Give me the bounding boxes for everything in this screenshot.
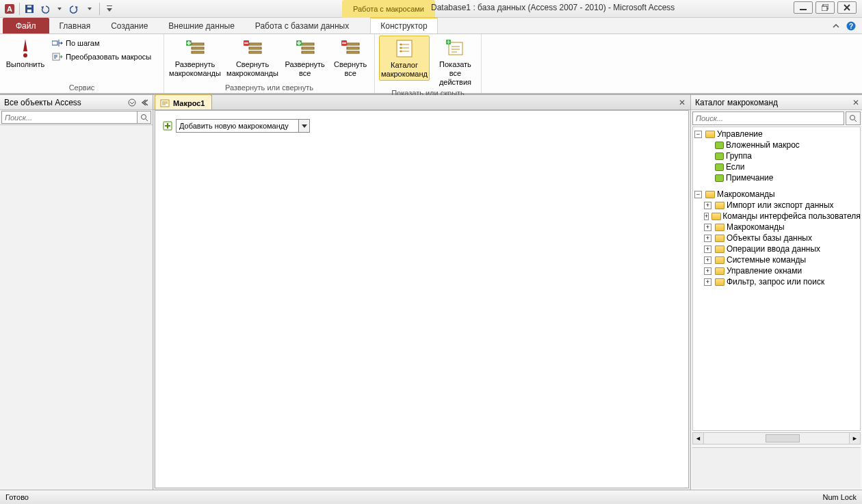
- tab-home[interactable]: Главная: [49, 18, 101, 34]
- tree-leaf[interactable]: Вложенный макрос: [694, 140, 859, 150]
- redo-dropdown-icon[interactable]: [83, 2, 96, 16]
- catalog-tree[interactable]: − Управление Вложенный макросГруппаЕслиП…: [692, 127, 861, 431]
- svg-rect-18: [249, 43, 261, 45]
- catalog-search-input[interactable]: [692, 111, 844, 125]
- tab-designer[interactable]: Конструктор: [370, 17, 437, 34]
- nav-pane-header[interactable]: Все объекты Access: [0, 95, 153, 110]
- tree-label: Системные команды: [727, 255, 806, 265]
- save-icon[interactable]: [23, 2, 36, 16]
- tree-node-control-flow[interactable]: − Управление: [694, 129, 859, 140]
- expand-icon[interactable]: +: [704, 256, 711, 264]
- svg-rect-28: [347, 51, 359, 53]
- tree-label: Управление окнами: [727, 266, 802, 276]
- expand-actions-button[interactable]: Развернуть макрокоманды: [168, 36, 222, 79]
- tab-create[interactable]: Создание: [101, 18, 158, 34]
- scroll-right-icon[interactable]: ►: [849, 433, 860, 444]
- svg-point-36: [129, 99, 135, 106]
- minimize-button[interactable]: [794, 1, 813, 14]
- tab-file[interactable]: Файл: [3, 18, 49, 34]
- window-controls: [794, 1, 857, 14]
- tree-label: Группа: [726, 151, 752, 161]
- svg-rect-26: [347, 43, 359, 45]
- expand-icon[interactable]: +: [704, 202, 711, 209]
- svg-rect-23: [302, 47, 314, 49]
- expand-icon[interactable]: +: [704, 278, 711, 286]
- svg-rect-20: [249, 51, 261, 53]
- status-numlock: Num Lock: [822, 493, 857, 501]
- add-action-dropdown-icon[interactable]: [298, 120, 309, 132]
- ribbon-tabs: Файл Главная Создание Внешние данные Раб…: [0, 18, 862, 34]
- tree-label: Макрокоманды: [717, 189, 775, 199]
- convert-macros-label: Преобразовать макросы: [66, 53, 151, 61]
- redo-icon[interactable]: [68, 2, 81, 16]
- tree-node-action-group[interactable]: +Макрокоманды: [694, 222, 859, 233]
- tree-node-action-group[interactable]: +Команды интерфейса пользователя: [694, 211, 859, 222]
- action-catalog-button[interactable]: Каталог макрокоманд: [379, 36, 430, 81]
- macro-designer-canvas[interactable]: [155, 110, 689, 488]
- navigation-pane: Все объекты Access: [0, 95, 153, 490]
- tree-node-action-group[interactable]: +Управление окнами: [694, 265, 859, 276]
- workspace: Все объекты Access Макрос1 ✕: [0, 94, 862, 490]
- title-bar: A Работа с макросами Database1 : база да…: [0, 0, 862, 18]
- collapse-actions-button[interactable]: Свернуть макрокоманды: [226, 36, 279, 79]
- show-all-icon: [444, 37, 466, 59]
- app-icon[interactable]: A: [3, 2, 16, 16]
- catalog-search-button[interactable]: [846, 111, 861, 125]
- svg-rect-34: [449, 42, 462, 55]
- nav-search-button[interactable]: [138, 111, 151, 124]
- svg-rect-16: [192, 51, 204, 53]
- nav-collapse-icon[interactable]: [139, 97, 150, 108]
- help-icon[interactable]: ?: [846, 21, 857, 31]
- collapse-all-label: Свернуть все: [332, 60, 369, 78]
- svg-point-32: [400, 47, 402, 49]
- plus-icon[interactable]: [162, 120, 173, 131]
- svg-rect-22: [302, 43, 314, 45]
- expand-all-button[interactable]: Развернуть все: [283, 36, 326, 79]
- collapse-all-button[interactable]: Свернуть все: [330, 36, 370, 79]
- document-close-button[interactable]: ✕: [677, 97, 688, 108]
- tree-leaf[interactable]: Если: [694, 161, 859, 172]
- undo-dropdown-icon[interactable]: [53, 2, 66, 16]
- tree-node-actions[interactable]: − Макрокоманды: [694, 189, 859, 200]
- collapse-icon[interactable]: −: [694, 191, 702, 198]
- run-button[interactable]: Выполнить: [4, 36, 47, 70]
- restore-button[interactable]: [815, 1, 835, 14]
- folder-icon: [714, 200, 725, 210]
- tree-node-action-group[interactable]: +Объекты базы данных: [694, 233, 859, 243]
- expand-icon[interactable]: +: [704, 267, 711, 275]
- expand-icon[interactable]: +: [704, 235, 711, 242]
- nav-search-input[interactable]: [1, 111, 138, 124]
- qat-customize-icon[interactable]: [103, 2, 116, 16]
- single-step-button[interactable]: По шагам: [51, 37, 153, 49]
- tree-node-action-group[interactable]: +Системные команды: [694, 254, 859, 265]
- minimize-ribbon-icon[interactable]: [831, 21, 841, 31]
- expand-icon[interactable]: +: [704, 246, 711, 253]
- group-tools-label: Сервис: [4, 83, 159, 93]
- document-tab-macro1[interactable]: Макрос1: [155, 94, 212, 109]
- tab-external-data[interactable]: Внешние данные: [158, 18, 245, 34]
- nav-dropdown-icon[interactable]: [127, 97, 138, 108]
- catalog-close-button[interactable]: ✕: [852, 98, 859, 107]
- convert-macros-button[interactable]: Преобразовать макросы: [51, 51, 153, 63]
- action-icon: [714, 151, 724, 161]
- tree-leaf[interactable]: Примечание: [694, 172, 859, 183]
- catalog-horizontal-scrollbar[interactable]: ◄ ►: [692, 432, 861, 445]
- tree-node-action-group[interactable]: +Фильтр, запрос или поиск: [694, 276, 859, 287]
- close-button[interactable]: [837, 1, 857, 14]
- expand-all-label: Развернуть все: [285, 60, 325, 78]
- tree-leaf[interactable]: Группа: [694, 150, 859, 161]
- status-ready: Готово: [5, 493, 29, 501]
- expand-icon[interactable]: +: [704, 224, 711, 231]
- app-title: Database1 : база данных (Access 2007 - 2…: [431, 3, 675, 12]
- scroll-thumb[interactable]: [766, 434, 800, 442]
- add-action-input[interactable]: [177, 120, 298, 132]
- scroll-left-icon[interactable]: ◄: [693, 433, 704, 444]
- tree-node-action-group[interactable]: +Импорт или экспорт данных: [694, 200, 859, 211]
- undo-icon[interactable]: [38, 2, 51, 16]
- tab-database-tools[interactable]: Работа с базами данных: [245, 18, 359, 34]
- tree-node-action-group[interactable]: +Операции ввода данных: [694, 243, 859, 254]
- expand-icon[interactable]: +: [704, 213, 709, 220]
- show-all-actions-button[interactable]: Показать все действия: [434, 36, 477, 88]
- add-action-combobox[interactable]: [176, 119, 310, 133]
- collapse-icon[interactable]: −: [694, 131, 702, 138]
